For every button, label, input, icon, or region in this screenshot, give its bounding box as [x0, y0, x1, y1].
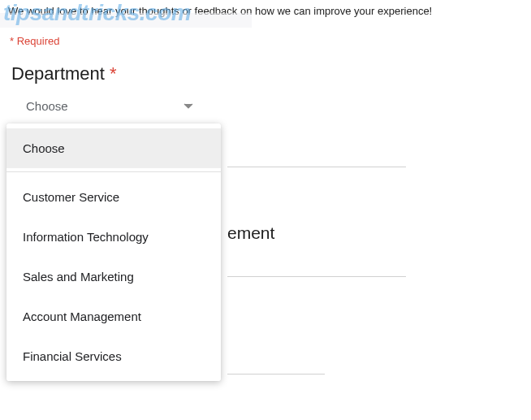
department-select[interactable]: Choose — [13, 91, 200, 121]
dropdown-option-information-technology[interactable]: Information Technology — [6, 217, 221, 257]
required-indicator: * Required — [10, 35, 523, 47]
dropdown-option-sales-marketing[interactable]: Sales and Marketing — [6, 257, 221, 297]
dropdown-option-financial-services[interactable]: Financial Services — [6, 336, 221, 376]
required-asterisk: * — [110, 63, 117, 84]
select-value: Choose — [26, 99, 68, 113]
question-text: Department — [11, 63, 105, 84]
dropdown-option-placeholder[interactable]: Choose — [6, 128, 221, 168]
dropdown-option-customer-service[interactable]: Customer Service — [6, 177, 221, 217]
chevron-down-icon — [183, 103, 193, 110]
bg-divider-1 — [227, 167, 406, 167]
form-description: We would love to hear your thoughts or f… — [8, 5, 523, 17]
dropdown-option-account-management[interactable]: Account Management — [6, 297, 221, 336]
question-label-department: Department * — [11, 63, 523, 84]
dropdown-divider — [6, 171, 221, 172]
bg-divider-2 — [227, 276, 406, 277]
department-dropdown-panel: Choose Customer Service Information Tech… — [6, 123, 221, 381]
bg-divider-3 — [227, 374, 325, 375]
background-text-partial: ement — [227, 223, 274, 243]
